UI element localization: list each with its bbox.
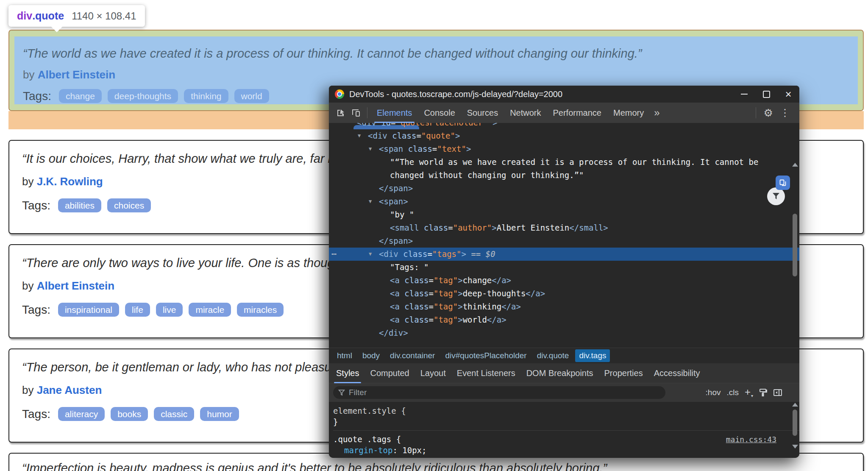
rendering-emulation-icon[interactable] [759,388,767,397]
breadcrumb-item-div-tags[interactable]: div.tags [575,349,610,362]
tab-performance[interactable]: Performance [547,103,608,123]
close-button[interactable]: × [777,86,799,103]
tag-pill[interactable]: world [234,89,269,103]
styles-scrollbar-thumb[interactable] [793,410,797,436]
css-property[interactable]: margin-top [344,446,392,455]
sidebar-tab-dom-breakpoints[interactable]: DOM Breakpoints [521,363,599,383]
dom-tree-scrollbar[interactable] [792,162,798,348]
styles-scrollbar-down-arrow[interactable] [792,445,798,449]
breadcrumb-item-div-quotesplaceholder[interactable]: div#quotesPlaceholder [441,349,530,362]
tab-network[interactable]: Network [504,103,547,123]
tag-pill[interactable]: deep-thoughts [108,89,178,103]
dom-row[interactable]: "by " [329,208,799,221]
dom-row[interactable]: ▼<span class="text"> [329,142,799,156]
kebab-menu-icon[interactable]: ⋮ [777,107,795,119]
tag-pill[interactable]: miracle [189,303,231,317]
computed-panel-toggle-icon[interactable] [773,388,782,397]
dom-row[interactable]: </span> [329,182,799,195]
tag-pill[interactable]: life [125,303,150,317]
sidebar-tab-computed[interactable]: Computed [364,363,415,383]
dom-token: = [429,276,434,285]
dom-row[interactable]: <div id="quotesPlaceholder" > [329,123,799,129]
dom-token: > [455,131,460,140]
dom-row[interactable]: changed without changing our thinking.”" [329,169,799,182]
dom-row[interactable]: "Tags: " [329,261,799,274]
expand-arrow-icon[interactable]: ▼ [369,195,372,208]
tag-pill[interactable]: humor [200,407,239,421]
tag-pill[interactable]: abilities [58,198,101,212]
dom-token: > [458,315,462,324]
dom-row[interactable]: </div> [329,326,799,340]
dom-row[interactable]: <small class="author">Albert Einstein</s… [329,221,799,234]
dom-row[interactable]: ▼<span> [329,195,799,208]
scrollbar-thumb[interactable] [793,214,797,276]
sidebar-tab-layout[interactable]: Layout [415,363,451,383]
toggle-class-button[interactable]: .cls [726,388,739,397]
node-options-dots-icon[interactable]: ⋯ [331,248,337,261]
dom-row[interactable]: ... [329,340,799,348]
dom-token: <div [357,123,376,127]
dom-row[interactable]: <a class="tag">world</a> [329,313,799,326]
toggle-hover-button[interactable]: :hov [706,388,721,397]
styles-scrollbar[interactable] [792,402,798,454]
breadcrumb-item-html[interactable]: html [333,349,356,362]
breadcrumb-item-div-quote[interactable]: div.quote [533,349,573,362]
dom-row[interactable]: </span> [329,234,799,248]
dom-row[interactable]: "“The world as we have created it is a p… [329,156,799,169]
author-link[interactable]: J.K. Rowling [37,175,103,188]
stylesheet-source-link[interactable]: main.css:43 [726,434,776,445]
device-toolbar-icon[interactable] [348,105,364,120]
tag-pill[interactable]: thinking [184,89,228,103]
dom-row[interactable]: ▼⋯<div class="tags"> == $0 [329,248,799,261]
tab-sources[interactable]: Sources [461,103,504,123]
filter-circle-icon[interactable] [767,187,785,205]
dom-row[interactable]: <a class="tag">deep-thoughts</a> [329,287,799,300]
tag-pill[interactable]: aliteracy [58,407,105,421]
expand-arrow-icon[interactable]: ▼ [369,142,372,156]
tag-pill[interactable]: inspirational [58,303,119,317]
sidebar-tab-event-listeners[interactable]: Event Listeners [451,363,521,383]
new-style-rule-button[interactable]: + [745,386,753,398]
dom-token: class [403,144,432,153]
toolbar-right: ⚙ ⋮ [752,107,795,119]
expand-arrow-icon[interactable]: ▼ [369,248,372,261]
quote-author-line: by Albert Einstein [23,68,858,81]
dom-token: = [391,123,395,127]
tag-pill[interactable]: choices [107,198,151,212]
devtools-titlebar[interactable]: DevTools - quotes.toscrape.com/js-delaye… [329,86,799,103]
breadcrumb-item-body[interactable]: body [359,349,384,362]
sidebar-tab-accessibility[interactable]: Accessibility [648,363,706,383]
more-tabs-chevron[interactable]: » [650,107,664,119]
css-declaration[interactable]: margin-top: 10px; [333,445,799,456]
tag-pill[interactable]: classic [154,407,194,421]
copy-element-badge-icon[interactable] [776,176,790,190]
css-value[interactable]: 10px; [402,446,426,455]
element-style-rule[interactable]: element.style { [333,405,799,416]
dom-row[interactable]: <a class="tag">change</a> [329,274,799,287]
sidebar-tab-styles[interactable]: Styles [331,363,364,383]
tab-elements[interactable]: Elements [371,103,418,123]
settings-gear-icon[interactable]: ⚙ [760,107,777,119]
tag-pill[interactable]: books [111,407,148,421]
dom-row[interactable]: <a class="tag">thinking</a> [329,300,799,313]
expand-arrow-icon[interactable]: ▼ [358,129,361,142]
breadcrumb-item-div-container[interactable]: div.container [386,349,439,362]
maximize-button[interactable] [755,86,777,103]
tab-console[interactable]: Console [418,103,461,123]
styles-scrollbar-up-arrow[interactable] [792,403,798,407]
styles-filter-input[interactable]: Filter [333,386,665,399]
dom-token: change [463,276,492,285]
dom-token: <a [390,289,400,298]
tab-memory[interactable]: Memory [607,103,650,123]
minimize-button[interactable] [733,86,755,103]
inspect-element-icon[interactable] [333,105,348,120]
tag-pill[interactable]: live [156,303,183,317]
sidebar-tab-properties[interactable]: Properties [599,363,648,383]
dom-row[interactable]: ▼<div class="quote"> [329,129,799,142]
author-link[interactable]: Albert Einstein [38,68,115,81]
author-link[interactable]: Albert Einstein [37,279,114,292]
scrollbar-up-arrow[interactable] [792,163,798,167]
tag-pill[interactable]: miracles [237,303,284,317]
author-link[interactable]: Jane Austen [37,384,102,396]
tag-pill[interactable]: change [59,89,102,103]
